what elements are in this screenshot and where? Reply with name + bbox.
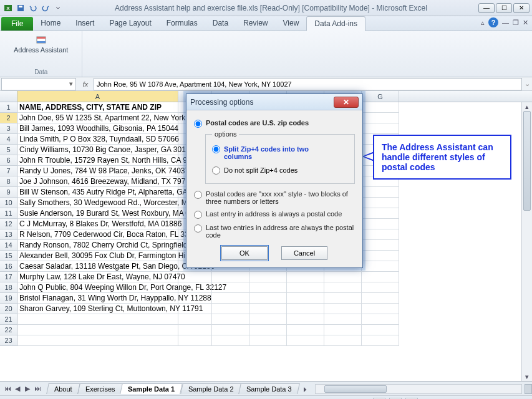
- sheet-tab-exercises[interactable]: Exercises: [77, 383, 123, 394]
- cell[interactable]: Sharon Garvey, 109 Sterling Ct, Muttonto…: [17, 304, 178, 314]
- radio-xxx-style-input[interactable]: [194, 191, 202, 199]
- row-header[interactable]: 9: [0, 187, 17, 198]
- cell[interactable]: Bill James, 1093 Woodhills, Gibsonia, PA…: [17, 123, 178, 134]
- cell[interactable]: [178, 272, 212, 282]
- dialog-close-button[interactable]: ✕: [334, 97, 359, 108]
- excel-icon[interactable]: X: [2, 2, 14, 14]
- cell[interactable]: [178, 304, 212, 314]
- cell[interactable]: [362, 304, 399, 314]
- cell[interactable]: Murphy Law, 128 Lake Dr East, Wayne, NJ …: [17, 272, 178, 282]
- radio-last-two[interactable]: Last two entries in address are always t…: [194, 224, 355, 239]
- cell[interactable]: [178, 314, 212, 325]
- cell[interactable]: [324, 293, 362, 304]
- cell[interactable]: [362, 335, 399, 346]
- cell[interactable]: Randy U Jones, 784 W 98 Place, Jenks, OK…: [17, 166, 178, 176]
- tab-formulas[interactable]: Formulas: [159, 16, 205, 31]
- row-header[interactable]: 6: [0, 155, 17, 166]
- dialog-titlebar[interactable]: Processing options ✕: [186, 94, 362, 110]
- select-all-corner[interactable]: [0, 91, 17, 102]
- radio-no-split-zip4[interactable]: Do not split Zip+4 codes: [212, 166, 348, 175]
- minimize-button[interactable]: —: [478, 3, 495, 13]
- cell[interactable]: [249, 282, 287, 293]
- cell[interactable]: [212, 304, 249, 314]
- row-header[interactable]: 19: [0, 293, 17, 304]
- scroll-up-icon[interactable]: ▴: [522, 102, 532, 111]
- radio-last-two-input[interactable]: [194, 224, 202, 233]
- cell[interactable]: [249, 304, 287, 314]
- cell[interactable]: Sally Smothers, 30 Wedgewood Rd., Worces…: [17, 198, 178, 208]
- save-icon[interactable]: [15, 2, 26, 14]
- cell[interactable]: [249, 335, 287, 346]
- cell[interactable]: [362, 123, 399, 134]
- col-header-a[interactable]: A: [17, 91, 178, 102]
- row-header[interactable]: 13: [0, 229, 17, 240]
- ok-button[interactable]: OK: [221, 246, 268, 260]
- redo-icon[interactable]: [40, 2, 51, 14]
- cell[interactable]: [324, 272, 362, 282]
- vscroll-thumb[interactable]: [523, 111, 531, 211]
- ribbon-minimize-icon[interactable]: ▵: [481, 19, 485, 27]
- cell[interactable]: [212, 272, 249, 282]
- radio-no-split-zip4-input[interactable]: [212, 166, 220, 175]
- cell[interactable]: [178, 335, 212, 346]
- cell[interactable]: John R Trouble, 15729 Rayen St, North Hi…: [17, 155, 178, 166]
- cell[interactable]: [362, 187, 399, 198]
- hscroll-thumb[interactable]: [324, 385, 387, 393]
- cell[interactable]: [362, 325, 399, 335]
- radio-xxx-style[interactable]: Postal codes are "xxx xxx" style - two b…: [194, 190, 355, 205]
- row-header[interactable]: 3: [0, 123, 17, 134]
- cell[interactable]: [178, 293, 212, 304]
- row-header[interactable]: 23: [0, 335, 17, 346]
- cell[interactable]: Caesar Saladar, 13118 Westgate Pt, San D…: [17, 261, 178, 272]
- cell[interactable]: R Nelson, 7709 Cederwood Cir, Boca Raton…: [17, 229, 178, 240]
- address-assistant-button[interactable]: Address Assistant: [11, 34, 70, 55]
- sheet-last-icon[interactable]: ⏭: [32, 385, 42, 393]
- row-header[interactable]: 10: [0, 198, 17, 208]
- cell[interactable]: [17, 335, 178, 346]
- cell[interactable]: [212, 314, 249, 325]
- cell[interactable]: John Q Public, 804 Weeping Willon Dr, Po…: [17, 282, 178, 293]
- tab-data[interactable]: Data: [205, 16, 236, 31]
- cell[interactable]: [362, 113, 399, 123]
- cell[interactable]: [287, 293, 324, 304]
- cell[interactable]: NAME, ADDRESS, CITY, STATE AND ZIP: [17, 102, 178, 113]
- name-box-dropdown-icon[interactable]: ▾: [69, 80, 73, 88]
- tab-data-add-ins[interactable]: Data Add-ins: [306, 16, 365, 31]
- help-icon[interactable]: ?: [488, 17, 498, 27]
- radio-last-entry[interactable]: Last entry in address is always a postal…: [194, 210, 355, 219]
- cell[interactable]: [324, 314, 362, 325]
- tab-review[interactable]: Review: [236, 16, 275, 31]
- sheet-more-icon[interactable]: ⏵: [302, 385, 309, 393]
- file-tab[interactable]: File: [1, 17, 33, 31]
- row-header[interactable]: 2: [0, 113, 17, 123]
- sheet-tab-sample-data-2[interactable]: Sample Data 2: [180, 383, 241, 394]
- cell[interactable]: [212, 293, 249, 304]
- doc-minimize-icon[interactable]: —: [502, 19, 509, 26]
- cell[interactable]: [362, 314, 399, 325]
- cell[interactable]: [178, 282, 212, 293]
- row-header[interactable]: 5: [0, 145, 17, 155]
- doc-close-icon[interactable]: ✕: [523, 19, 528, 27]
- close-button[interactable]: ✕: [513, 3, 530, 13]
- maximize-button[interactable]: ☐: [496, 3, 512, 13]
- row-header[interactable]: 20: [0, 304, 17, 314]
- cell[interactable]: John Doe, 95 W 1235 St, Apartment 22, Ne…: [17, 113, 178, 123]
- cell[interactable]: Randy Ronson, 7802 Cherry Orchid Ct, Spr…: [17, 240, 178, 251]
- cell[interactable]: [362, 282, 399, 293]
- cell[interactable]: Cindy Williams, 10730 Big Canoe, Jasper,…: [17, 145, 178, 155]
- cell[interactable]: [362, 219, 399, 229]
- cell[interactable]: [212, 325, 249, 335]
- cell[interactable]: [362, 261, 399, 272]
- cell[interactable]: [249, 325, 287, 335]
- sheet-tab-about[interactable]: About: [46, 383, 80, 394]
- cell[interactable]: Linda Smith, P O Box 328, Tuyndaall, SD …: [17, 134, 178, 145]
- cell[interactable]: [362, 208, 399, 219]
- cell[interactable]: [17, 314, 178, 325]
- sheet-tab-sample-data-3[interactable]: Sample Data 3: [239, 383, 300, 394]
- cell[interactable]: [362, 240, 399, 251]
- cell[interactable]: [324, 335, 362, 346]
- fx-icon[interactable]: fx: [77, 80, 94, 88]
- cell[interactable]: [287, 282, 324, 293]
- undo-icon[interactable]: [27, 2, 39, 14]
- sheet-first-icon[interactable]: ⏮: [2, 385, 12, 393]
